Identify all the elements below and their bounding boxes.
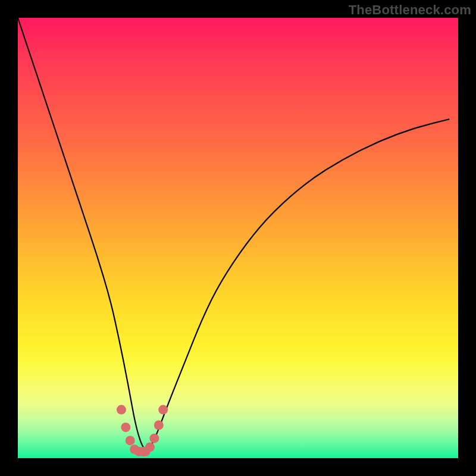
dip-dot (121, 422, 130, 432)
dip-dot (145, 443, 155, 452)
bottleneck-curve (18, 18, 449, 450)
dip-dot (126, 436, 135, 445)
plot-area (18, 18, 458, 458)
watermark-text: TheBottleneck.com (349, 2, 471, 18)
curve-layer (18, 18, 458, 458)
dip-dot (149, 434, 159, 443)
chart-frame: TheBottleneck.com (0, 0, 476, 476)
dip-marker (117, 405, 168, 456)
dip-dot (154, 421, 164, 430)
dip-dot (117, 405, 126, 415)
dip-dot (158, 405, 168, 415)
